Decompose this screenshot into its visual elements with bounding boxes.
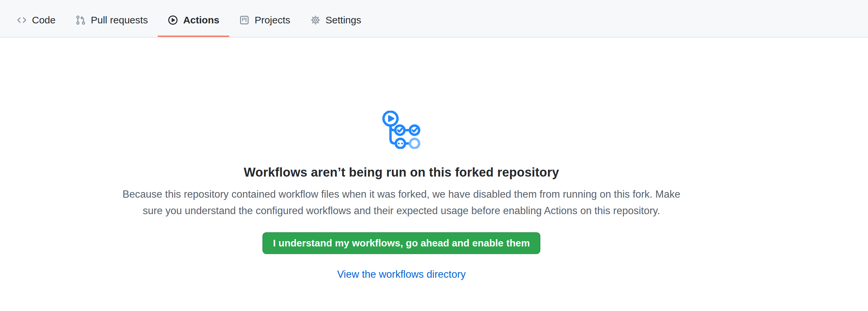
workflow-graph-icon — [122, 111, 681, 150]
project-board-icon — [239, 15, 250, 25]
play-circle-icon — [167, 15, 178, 25]
tab-settings[interactable]: Settings — [300, 5, 371, 37]
tab-actions[interactable]: Actions — [158, 5, 229, 37]
tab-code[interactable]: Code — [7, 5, 65, 37]
enable-workflows-button[interactable]: I understand my workflows, go ahead and … — [262, 232, 540, 254]
pull-request-icon — [75, 15, 86, 25]
tab-label: Actions — [183, 14, 219, 26]
tab-label: Projects — [254, 14, 290, 26]
code-icon — [17, 15, 27, 25]
tab-label: Settings — [326, 14, 361, 26]
tab-pull-requests[interactable]: Pull requests — [65, 5, 158, 37]
actions-disabled-panel: Workflows aren’t being run on this forke… — [0, 37, 868, 280]
view-workflows-directory-link[interactable]: View the workflows directory — [337, 269, 466, 280]
page-title: Workflows aren’t being run on this forke… — [122, 165, 681, 180]
description-text: Because this repository contained workfl… — [122, 186, 681, 219]
description-line-1: Because this repository contained workfl… — [122, 186, 681, 203]
gear-icon — [310, 15, 321, 25]
tab-label: Code — [32, 14, 56, 26]
repo-tab-bar: Code Pull requests Actions — [0, 0, 868, 37]
description-line-2: sure you understand the configured workf… — [122, 203, 681, 219]
tab-projects[interactable]: Projects — [229, 5, 300, 37]
tab-label: Pull requests — [91, 14, 148, 26]
